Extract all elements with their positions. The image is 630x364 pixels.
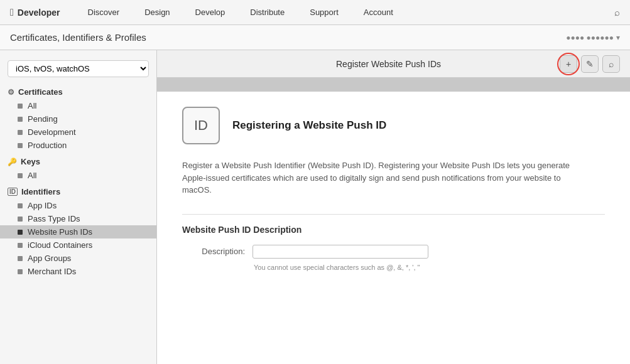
bullet-icon — [18, 143, 23, 148]
nav-develop[interactable]: Develop — [183, 0, 238, 25]
sidebar-item-label: Development — [28, 127, 76, 137]
platform-dropdown[interactable]: iOS, tvOS, watchOS — [8, 60, 149, 77]
bullet-icon — [18, 130, 23, 135]
account-selector[interactable]: ●●●● ●●●●●● ▾ — [566, 33, 620, 42]
sidebar-item-label: App Groups — [28, 254, 71, 263]
sidebar-item-label: App IDs — [28, 201, 57, 210]
nav-discover[interactable]: Discover — [75, 0, 133, 25]
section-divider — [182, 214, 605, 215]
id-box: ID — [182, 107, 220, 144]
sub-header: Certificates, Identifiers & Profiles ●●●… — [0, 25, 630, 50]
sidebar-item-pending[interactable]: Pending — [0, 112, 156, 126]
nav-design[interactable]: Design — [132, 0, 182, 25]
search-button[interactable]: ⌕ — [602, 55, 620, 73]
sidebar-item-label: Production — [28, 141, 67, 150]
add-button[interactable]: + — [560, 55, 577, 73]
nav-distribute[interactable]: Distribute — [237, 0, 297, 25]
edit-icon: ✎ — [586, 59, 594, 69]
search-icon: ⌕ — [609, 59, 614, 69]
content-area: Register Website Push IDs + ✎ ⌕ — [157, 50, 630, 364]
sidebar-item-pass-type-ids[interactable]: Pass Type IDs — [0, 212, 156, 225]
sidebar-item-development[interactable]: Development — [0, 126, 156, 139]
bullet-icon — [18, 203, 23, 208]
top-navigation:  Developer Discover Design Develop Dist… — [0, 0, 630, 25]
bullet-icon — [18, 269, 23, 274]
nav-account[interactable]: Account — [351, 0, 406, 25]
bullet-icon — [18, 256, 23, 261]
sidebar-identifiers-label: Identifiers — [21, 187, 60, 196]
brand-logo:  Developer — [10, 7, 60, 18]
toolbar-actions: + ✎ ⌕ — [560, 55, 620, 73]
sidebar-section-identifiers: ID Identifiers App IDs Pass Type IDs Web… — [0, 185, 156, 278]
brand-name: Developer — [18, 8, 60, 18]
sidebar-item-label: All — [28, 101, 36, 110]
sidebar-item-all-certs[interactable]: All — [0, 99, 156, 112]
bullet-icon — [18, 104, 23, 109]
sidebar-item-merchant-ids[interactable]: Merchant IDs — [0, 265, 156, 278]
sidebar-item-icloud-containers[interactable]: iCloud Containers — [0, 238, 156, 252]
form-hint: You cannot use special characters such a… — [254, 264, 605, 271]
sidebar-item-label: Pass Type IDs — [28, 214, 80, 223]
sidebar-certificates-header[interactable]: ⚙ Certificates — [0, 85, 156, 99]
account-value: ●●●● ●●●●●● — [566, 33, 614, 42]
edit-button[interactable]: ✎ — [581, 55, 599, 73]
register-title: Registering a Website Push ID — [232, 119, 386, 132]
content-body: ID Registering a Website Push ID Registe… — [157, 92, 630, 286]
sidebar-certificates-label: Certificates — [18, 87, 63, 97]
bullet-icon — [18, 217, 23, 222]
bullet-icon — [18, 117, 23, 122]
sidebar-section-keys: 🔑 Keys All — [0, 154, 156, 182]
key-icon: 🔑 — [8, 158, 17, 166]
nav-links: Discover Design Develop Distribute Suppo… — [75, 0, 614, 25]
section-subtitle: Website Push ID Description — [182, 225, 605, 235]
main-layout: iOS, tvOS, watchOS ⚙ Certificates All Pe… — [0, 50, 630, 364]
content-toolbar: Register Website Push IDs + ✎ ⌕ — [157, 50, 630, 78]
description-form-row: Description: — [182, 245, 605, 259]
platform-selector[interactable]: iOS, tvOS, watchOS — [8, 60, 149, 77]
register-header: ID Registering a Website Push ID — [182, 107, 605, 144]
sidebar-section-certificates: ⚙ Certificates All Pending Development P… — [0, 85, 156, 152]
nav-right: ⌕ — [614, 7, 620, 18]
sidebar-item-website-push-ids[interactable]: Website Push IDs — [0, 225, 156, 238]
page-title: Certificates, Identifiers & Profiles — [10, 32, 146, 43]
content-title: Register Website Push IDs — [217, 59, 560, 69]
nav-support[interactable]: Support — [297, 0, 351, 25]
sidebar-item-label: All — [28, 171, 36, 180]
bullet-icon — [18, 230, 23, 235]
sidebar-item-app-groups[interactable]: App Groups — [0, 252, 156, 265]
sidebar-item-production[interactable]: Production — [0, 139, 156, 152]
sidebar-item-app-ids[interactable]: App IDs — [0, 199, 156, 212]
sidebar: iOS, tvOS, watchOS ⚙ Certificates All Pe… — [0, 50, 157, 364]
sidebar-item-label: iCloud Containers — [28, 240, 92, 250]
bullet-icon — [18, 173, 23, 178]
sidebar-item-label: Website Push IDs — [28, 227, 92, 237]
search-icon[interactable]: ⌕ — [614, 7, 620, 18]
sidebar-item-label: Merchant IDs — [28, 267, 76, 276]
sidebar-keys-header[interactable]: 🔑 Keys — [0, 154, 156, 169]
plus-icon: + — [566, 59, 571, 69]
sidebar-item-label: Pending — [28, 114, 58, 124]
sidebar-identifiers-header[interactable]: ID Identifiers — [0, 185, 156, 199]
gear-icon: ⚙ — [8, 88, 14, 97]
gray-bar — [157, 78, 630, 92]
register-description: Register a Website Push Identifier (Webs… — [182, 159, 584, 196]
id-icon: ID — [8, 188, 18, 196]
id-box-label: ID — [194, 117, 208, 134]
bullet-icon — [18, 243, 23, 248]
description-label: Description: — [182, 247, 245, 256]
sidebar-keys-label: Keys — [21, 157, 40, 166]
chevron-down-icon: ▾ — [616, 33, 620, 42]
sidebar-item-all-keys[interactable]: All — [0, 169, 156, 182]
description-input[interactable] — [253, 245, 428, 259]
apple-icon:  — [10, 7, 14, 18]
